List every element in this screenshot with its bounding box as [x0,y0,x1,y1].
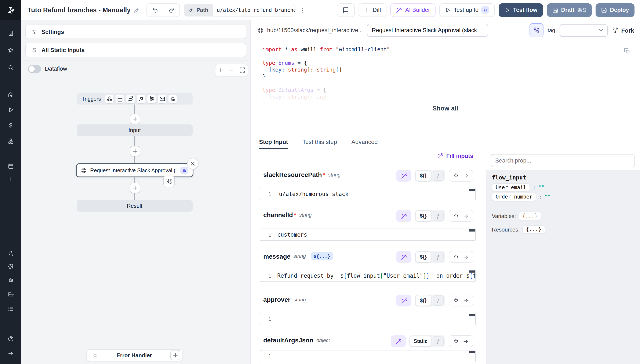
zoom-out-icon[interactable] [228,67,235,73]
ai-builder-button[interactable]: AI Builder [390,3,436,17]
step-summary-input[interactable]: Request Interactive Slack Approval (slac… [367,24,488,37]
field-editor-message[interactable]: 1 Refund request by _${flow_input["User … [260,270,476,282]
prop-key-pill[interactable]: Order number [492,192,536,201]
tab-advanced[interactable]: Advanced [351,135,378,149]
field-editor-approver[interactable]: 1 [260,313,476,325]
code-editor[interactable]: import * as wmill from "windmill-client"… [250,40,640,134]
resources-cubes-icon[interactable] [0,138,21,144]
result-node[interactable]: Result [76,200,192,212]
show-all-button[interactable]: Show all [250,104,640,112]
windmill-logo-icon[interactable] [0,0,21,20]
fx-toggle-button[interactable]: f [432,252,444,262]
connect-input-button[interactable] [449,335,473,347]
poll-trigger-icon[interactable] [169,94,177,103]
email-trigger-icon[interactable] [158,94,166,103]
diff-button[interactable]: Diff [359,3,387,17]
webhook-trigger-icon[interactable] [105,94,114,103]
tag-select[interactable] [559,24,608,36]
test-flow-button[interactable]: Test flow [498,3,543,17]
connect-input-button[interactable] [449,170,473,182]
schedule-trigger-icon[interactable] [116,94,124,103]
expr-mode-button[interactable]: ${} [415,210,431,221]
connect-input-button[interactable] [449,210,473,222]
folders-icon[interactable] [0,291,21,298]
http-route-trigger-icon[interactable] [126,94,135,103]
play-icon [504,7,510,13]
overview-ruler [469,314,475,316]
draft-button[interactable]: Draft⌘S [547,3,592,17]
tab-test-this-step[interactable]: Test this step [302,135,337,149]
ai-fill-wand-button[interactable] [396,294,412,306]
help-icon[interactable] [0,336,21,342]
docs-book-button[interactable] [337,3,355,17]
search-icon[interactable] [0,64,21,71]
variables-expand-pill[interactable]: {...} [518,212,542,220]
fx-toggle-button[interactable]: f [432,336,444,346]
connect-input-button[interactable] [449,251,473,263]
favorites-star-icon[interactable] [0,47,21,53]
ai-fill-wand-button[interactable] [391,335,406,347]
connect-input-button[interactable] [449,294,473,306]
slack-approval-step-node[interactable]: Request Interactive Slack Approval (... … [76,164,194,177]
variables-dollar-icon[interactable] [0,122,21,129]
suspend-settings-phone-button[interactable] [529,23,543,37]
resources-expand-pill[interactable]: {...} [522,225,545,234]
insert-step-button-2[interactable] [130,146,140,156]
ai-fill-wand-button[interactable] [396,170,412,182]
expr-mode-button[interactable]: ${} [415,170,431,181]
runs-play-icon[interactable] [0,107,21,113]
field-editor-channelId[interactable]: 1 customers [260,228,476,241]
remove-step-close-icon[interactable] [187,158,198,169]
redo-button[interactable] [163,4,180,16]
insert-step-button-1[interactable] [130,114,140,124]
schedules-calendar-icon[interactable] [0,163,21,169]
input-node[interactable]: Input [76,124,192,136]
settings-gear-icon[interactable] [0,263,21,270]
ai-fill-wand-button[interactable] [396,251,412,263]
search-prop-input[interactable] [490,154,635,167]
undo-button[interactable] [147,4,163,16]
static-mode-button[interactable]: Static [410,336,431,347]
prop-key-pill[interactable]: User email [492,183,530,192]
diff-plus-icon [364,7,370,13]
tab-step-input[interactable]: Step Input [259,135,288,149]
kafka-trigger-icon[interactable] [148,94,156,103]
fork-button[interactable]: Fork [612,27,634,34]
edit-title-pencil-icon[interactable] [134,7,140,13]
fx-toggle-button[interactable]: f [432,296,444,306]
add-error-handler-button[interactable] [170,350,180,360]
field-editor-defaultArgsJson[interactable]: 1 [260,350,476,362]
ai-fill-wand-button[interactable] [396,210,412,222]
all-static-inputs-card[interactable]: All Static Inputs [26,43,246,57]
suspend-phone-incoming-icon[interactable] [164,176,175,187]
copy-code-icon[interactable] [624,48,630,56]
workspace-building-icon[interactable] [0,30,21,36]
home-icon[interactable] [0,92,21,98]
fill-inputs-button[interactable]: Fill inputs [438,153,474,159]
triggers-bar[interactable]: Triggers [76,93,192,104]
users-person-icon[interactable] [0,250,21,256]
fx-toggle-button[interactable]: f [432,211,444,221]
settings-card[interactable]: Settings [26,24,246,39]
expand-sidebar-arrow-icon[interactable] [0,350,21,357]
websocket-trigger-icon[interactable] [137,94,146,103]
expr-mode-button[interactable]: ${} [415,252,431,262]
add-plus-icon[interactable] [0,176,21,182]
field-label-slackResourcePath: slackResourcePath*string [263,171,340,178]
text-cursor [275,190,275,198]
path-input[interactable]: u/alex/tuto_refund_branches_ [213,4,296,16]
hub-script-path[interactable]: hub/11500/slack/request_interactive... [257,27,363,34]
insert-step-button-3[interactable] [130,183,140,193]
dataflow-toggle[interactable] [28,65,41,73]
audit-logs-list-icon[interactable] [0,306,21,312]
more-options-kebab-icon[interactable] [299,6,306,13]
fit-view-icon[interactable] [239,67,246,73]
field-editor-slackResourcePath[interactable]: 1 u/alex/humorous_slack [260,188,476,200]
workers-robot-icon[interactable] [0,277,21,283]
deploy-button[interactable]: Deploy [596,3,634,17]
fx-toggle-button[interactable]: f [432,170,444,181]
zoom-in-icon[interactable] [218,67,224,73]
expr-mode-button[interactable]: ${} [415,295,431,306]
error-handler-node[interactable]: Error Handler [86,349,183,361]
test-up-to-button[interactable]: Test up toa [439,3,495,17]
